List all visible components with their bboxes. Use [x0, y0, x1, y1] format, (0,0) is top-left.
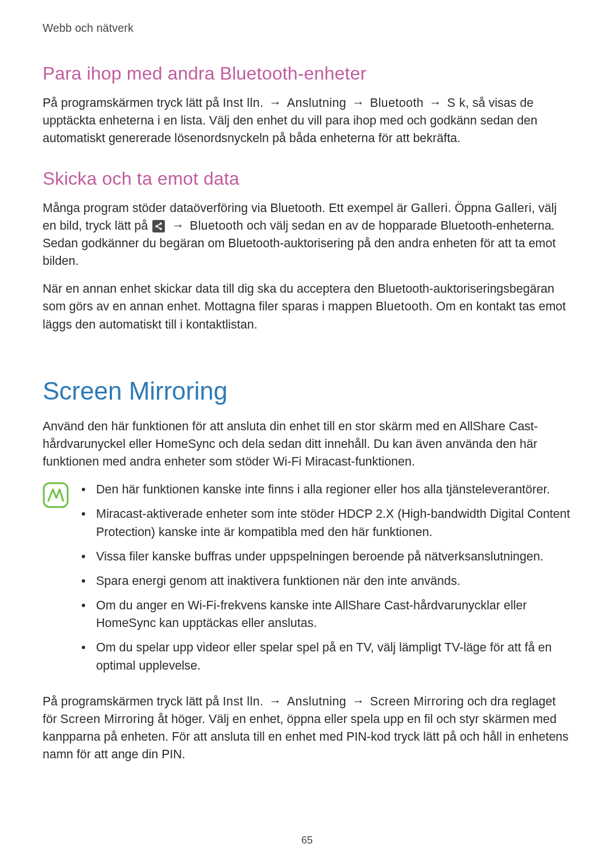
kw-bluetooth: Bluetooth — [370, 96, 424, 110]
kw-bluetooth: Bluetooth — [190, 219, 243, 232]
text: På programskärmen tryck lätt på — [43, 695, 223, 708]
kw-galleri: Galleri — [411, 201, 448, 215]
share-icon — [152, 220, 165, 232]
note-item: Om du spelar upp videor eller spelar spe… — [81, 639, 571, 674]
note-block: Den här funktionen kanske inte finns i a… — [43, 481, 571, 682]
kw-instlln: Inst lln. — [223, 695, 264, 708]
kw-galleri: Galleri — [495, 201, 532, 215]
skicka-data-p1: Många program stöder dataöverföring via … — [43, 200, 571, 271]
heading-para-ihop: Para ihop med andra Bluetooth-enheter — [43, 63, 571, 84]
note-item: Miracast-aktiverade enheter som inte stö… — [81, 505, 571, 541]
heading-skicka-data: Skicka och ta emot data — [43, 168, 571, 189]
kw-sok: S k — [447, 96, 466, 110]
arrow-icon: → — [265, 96, 284, 110]
page-number: 65 — [0, 834, 614, 846]
text: På programskärmen tryck lätt på — [43, 96, 223, 110]
arrow-icon: → — [349, 96, 367, 110]
screen-mirroring-p2: På programskärmen tryck lätt på Inst lln… — [43, 693, 571, 764]
kw-bluetooth: Bluetooth — [376, 300, 429, 313]
skicka-data-p2: När en annan enhet skickar data till dig… — [43, 280, 571, 334]
note-item: Om du anger en Wi-Fi-frekvens kanske int… — [81, 597, 571, 632]
note-list: Den här funktionen kanske inte finns i a… — [81, 481, 571, 682]
kw-anslutning: Anslutning — [287, 695, 346, 708]
heading-screen-mirroring: Screen Mirroring — [43, 377, 571, 405]
note-item: Spara energi genom att inaktivera funkti… — [81, 572, 571, 590]
kw-instlln: Inst lln. — [223, 96, 264, 110]
note-icon — [43, 482, 69, 508]
arrow-icon: → — [349, 695, 367, 708]
svg-rect-0 — [152, 220, 165, 232]
text: Många program stöder dataöverföring via … — [43, 201, 411, 215]
screen-mirroring-p1: Använd den här funktionen för att anslut… — [43, 418, 571, 471]
arrow-icon: → — [426, 96, 445, 110]
text: . Öppna — [448, 201, 495, 215]
kw-screen-mirroring: Screen Mirroring — [370, 695, 464, 708]
note-item: Den här funktionen kanske inte finns i a… — [81, 481, 571, 499]
kw-anslutning: Anslutning — [287, 96, 346, 110]
breadcrumb: Webb och nätverk — [43, 22, 571, 35]
note-item: Vissa filer kanske buffras under uppspel… — [81, 548, 571, 566]
kw-screen-mirroring: Screen Mirroring — [60, 712, 154, 726]
arrow-icon: → — [265, 695, 284, 708]
arrow-icon: → — [168, 219, 187, 232]
para-ihop-text: På programskärmen tryck lätt på Inst lln… — [43, 94, 571, 148]
